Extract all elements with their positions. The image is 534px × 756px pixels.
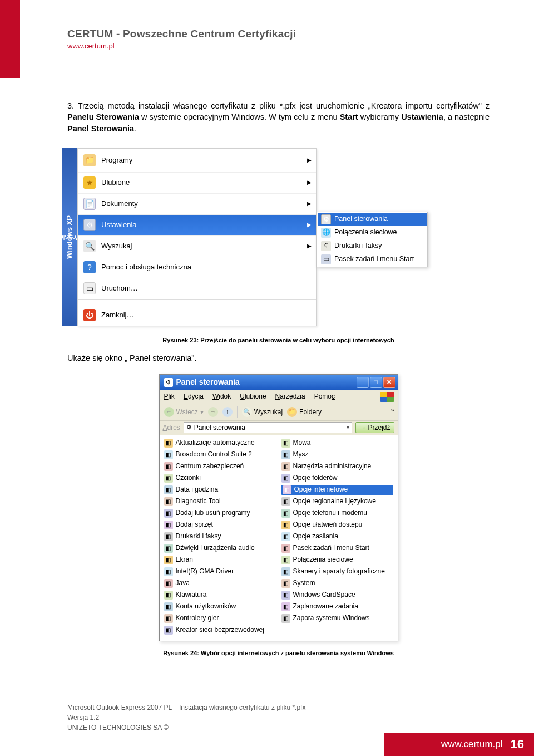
menu-narzedzia[interactable]: Narzędzia — [275, 392, 305, 401]
menu-label: Pomoc i obsługa techniczna — [101, 262, 191, 272]
cp-item-icon: ◧ — [164, 521, 173, 529]
cp-item[interactable]: ◧Opcje ułatwień dostępu — [281, 520, 393, 530]
menu-plik[interactable]: Plik — [164, 392, 175, 401]
search-button[interactable]: 🔍 Wyszukaj — [242, 407, 283, 417]
submenu-drukarki[interactable]: 🖨 Drukarki i faksy — [318, 239, 427, 253]
cp-item[interactable]: ◧Dodaj lub usuń programy — [164, 508, 276, 518]
cp-item-label: Windows CardSpace — [293, 590, 355, 600]
cp-item-icon: ◧ — [164, 626, 173, 635]
submenu-panel-sterowania[interactable]: ⚙ Panel sterowania — [318, 213, 427, 226]
cp-item[interactable]: ◧Dodaj sprzęt — [164, 520, 276, 530]
up-button[interactable]: ↑ — [222, 407, 233, 417]
cp-item[interactable]: ◧Połączenia sieciowe — [281, 555, 393, 565]
page-footer: Microsoft Outlook Express 2007 PL – Inst… — [67, 703, 305, 733]
submenu-pasek[interactable]: ▭ Pasek zadań i menu Start — [318, 253, 427, 266]
cp-item[interactable]: ◧Drukarki i faksy — [164, 532, 276, 542]
cp-item[interactable]: ◧Opcje zasilania — [281, 532, 393, 542]
cp-item[interactable]: ◧Narzędzia administracyjne — [281, 462, 393, 472]
cp-item[interactable]: ◧Windows CardSpace — [281, 590, 393, 600]
cp-item-icon: ◧ — [281, 474, 290, 483]
p1-text: 3. Trzecią metodą instalacji własnego ce… — [67, 101, 490, 110]
toolbar-more-icon[interactable]: » — [390, 406, 394, 414]
p1-text: , a następnie — [443, 112, 490, 121]
cp-item[interactable]: ◧Centrum zabezpieczeń — [164, 462, 276, 472]
dropdown-arrow-icon[interactable]: ▾ — [347, 424, 349, 431]
settings-icon: ⚙ — [83, 219, 96, 231]
menu-item-wyszukaj[interactable]: 🔍 Wyszukaj ▶ — [78, 235, 316, 257]
cp-item[interactable]: ◧Aktualizacje automatyczne — [164, 438, 276, 448]
cp-item-icon: ◧ — [164, 450, 173, 459]
cp-item-icon: ◧ — [164, 509, 173, 518]
menu-ulubione[interactable]: Ulubione — [240, 392, 266, 401]
window-buttons: _ □ ✕ — [357, 377, 395, 388]
go-button[interactable]: → Przejdź — [355, 422, 394, 433]
cp-item[interactable]: ◧Opcje regionalne i językowe — [281, 497, 393, 507]
menu-item-pomoc[interactable]: ? Pomoc i obsługa techniczna — [78, 257, 316, 278]
cp-item-label: Diagnostic Tool — [176, 497, 221, 506]
submenu-label: Połączenia sieciowe — [334, 228, 397, 238]
menu-item-ustawienia[interactable]: ⚙ Ustawienia ▶ — [78, 214, 316, 235]
cp-item[interactable]: ◧Ekran — [164, 555, 276, 565]
menu-widok[interactable]: Widok — [212, 392, 231, 401]
cp-item[interactable]: ◧Kreator sieci bezprzewodowej — [164, 625, 276, 635]
cp-item[interactable]: ◧Opcje folderów — [281, 473, 393, 483]
cp-item[interactable]: ◧Data i godzina — [164, 485, 276, 495]
search-label: Wyszukaj — [254, 408, 283, 417]
address-input[interactable]: ⚙ Panel sterowania ▾ — [184, 422, 353, 433]
cp-item[interactable]: ◧Klawiatura — [164, 590, 276, 600]
close-button[interactable]: ✕ — [383, 377, 395, 388]
forward-button[interactable]: → — [208, 407, 218, 417]
menu-item-ulubione[interactable]: ★ Ulubione ▶ — [78, 172, 316, 193]
printers-icon: 🖨 — [321, 241, 331, 251]
p1-bold-panel: Panelu Sterowania — [67, 112, 139, 121]
cp-item[interactable]: ◧Czcionki — [164, 473, 276, 483]
cp-item-label: Broadcom Control Suite 2 — [176, 450, 252, 459]
cp-item[interactable]: ◧Intel(R) GMA Driver — [164, 567, 276, 577]
menu-item-uruchom[interactable]: ▭ Uruchom… — [78, 278, 316, 299]
folders-button[interactable]: 📁 Foldery — [287, 407, 322, 417]
menu-edycja[interactable]: Edycja — [184, 392, 204, 401]
minimize-button[interactable]: _ — [357, 377, 369, 388]
cp-item[interactable]: ◧Konta użytkowników — [164, 602, 276, 612]
address-label: Adres — [163, 423, 180, 433]
cp-item-label: Zapora systemu Windows — [293, 613, 370, 623]
cp-item-label: Narzędzia administracyjne — [293, 462, 372, 471]
figure-control-panel-window: ⚙ Panel sterowania _ □ ✕ Plik Edycja Wid… — [159, 374, 398, 641]
cp-item[interactable]: ◧Mowa — [281, 438, 393, 448]
menu-item-programy[interactable]: 📁 Programy ▶ — [78, 149, 316, 172]
cp-column-left: ◧Aktualizacje automatyczne◧Broadcom Cont… — [164, 438, 276, 635]
maximize-button[interactable]: □ — [370, 377, 382, 388]
cp-item[interactable]: ◧Opcje telefonu i modemu — [281, 508, 393, 518]
cp-item[interactable]: ◧Kontrolery gier — [164, 613, 276, 624]
cp-item-label: Zaplanowane zadania — [293, 602, 358, 611]
cp-item[interactable]: ◧Dźwięki i urządzenia audio — [164, 543, 276, 553]
figure-caption-23: Rysunek 23: Przejście do panelu sterowan… — [67, 336, 490, 345]
submenu-arrow-icon: ▶ — [307, 242, 312, 250]
menu-item-zamknij[interactable]: ⏻ Zamknij… — [78, 305, 316, 326]
menu-pomoc[interactable]: Pomoc — [314, 392, 335, 401]
cp-item[interactable]: ◧Zapora systemu Windows — [281, 613, 393, 624]
cp-item-icon: ◧ — [281, 450, 290, 459]
cp-item[interactable]: ◧System — [281, 578, 393, 588]
cp-item-label: Opcje folderów — [293, 473, 338, 483]
cp-item[interactable]: ◧Zaplanowane zadania — [281, 602, 393, 612]
help-icon: ? — [83, 261, 96, 273]
cp-item-icon: ◧ — [281, 532, 290, 541]
footer-rule — [67, 696, 490, 696]
cp-item-label: Dodaj sprzęt — [176, 520, 213, 529]
page-header: CERTUM - Powszechne Centrum Certyfikacji… — [67, 28, 490, 50]
cp-item[interactable]: ◧Skanery i aparaty fotograficzne — [281, 567, 393, 577]
cp-item[interactable]: ◧Opcje internetowe — [281, 485, 393, 495]
menu-item-dokumenty[interactable]: 📄 Dokumenty ▶ — [78, 193, 316, 214]
back-button[interactable]: ← Wstecz ▾ — [164, 407, 204, 417]
address-icon: ⚙ — [186, 423, 192, 431]
cp-item[interactable]: ◧Mysz — [281, 450, 393, 460]
menu-label: Programy — [101, 155, 132, 165]
cp-item[interactable]: ◧Broadcom Control Suite 2 — [164, 450, 276, 460]
cp-item[interactable]: ◧Pasek zadań i menu Start — [281, 543, 393, 553]
menu-label: Ulubione — [101, 178, 130, 188]
submenu-polaczenia[interactable]: 🌐 Połączenia sieciowe — [318, 226, 427, 239]
cp-item[interactable]: ◧Diagnostic Tool — [164, 497, 276, 507]
figure-caption-24: Rysunek 24: Wybór opcji internetowych z … — [67, 649, 490, 657]
cp-item[interactable]: ◧Java — [164, 578, 276, 588]
